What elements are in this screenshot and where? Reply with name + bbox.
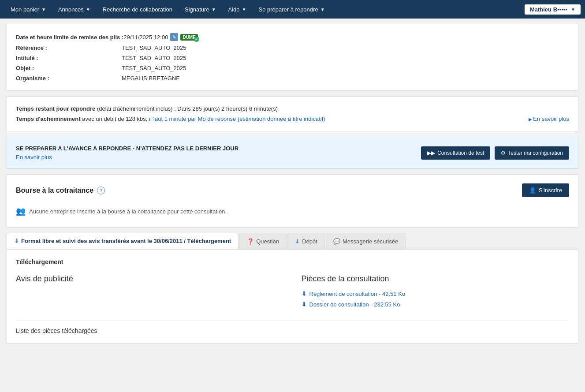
nav-recherche-label: Recherche de collaboration	[103, 6, 172, 13]
date-icons: ✎ DUME	[170, 33, 197, 41]
bourse-card: Bourse à la cotraitance ? 👤 S'inscrire 👥…	[7, 174, 578, 228]
info-row-reference: Référence : TEST_SAD_AUTO_2025	[16, 43, 569, 53]
timing-row-2: Temps d'acheminement avec un débit de 12…	[16, 114, 569, 124]
avis-title: Avis de publicité	[16, 274, 284, 284]
info-card: Date et heure limite de remise des plis …	[7, 24, 578, 91]
bourse-empty-text: Aucune entreprise inscrite à la bourse à…	[29, 208, 227, 215]
tabs-container: ⬇ Format libre et suivi des avis transfé…	[7, 233, 578, 343]
bourse-title-text: Bourse à la cotraitance	[16, 187, 93, 194]
download-dossier-icon: ⬇	[302, 301, 307, 308]
tab-messagerie[interactable]: 💬 Messagerie sécurisée	[326, 233, 406, 249]
pieces-title: Pièces de la consultation	[302, 274, 570, 284]
en-savoir-plus-link[interactable]: En savoir plus	[529, 116, 569, 122]
depot-icon: ⬇	[295, 238, 300, 245]
help-icon[interactable]: ?	[97, 187, 105, 194]
navbar: Mon panier ▼ Annonces ▼ Recherche de col…	[0, 0, 585, 19]
label-organisme: Organisme :	[16, 75, 122, 82]
tabs: ⬇ Format libre et suivi des avis transfé…	[7, 233, 578, 249]
bourse-empty: 👥 Aucune entreprise inscrite à la bourse…	[16, 204, 569, 218]
nav-signature-arrow: ▼	[212, 7, 216, 12]
nav-preparer-arrow: ▼	[320, 7, 325, 12]
download-reglement[interactable]: ⬇ Règlement de consultation - 42,51 Ko	[302, 290, 570, 297]
download-reglement-icon: ⬇	[302, 290, 307, 297]
acheminement-bold: Temps d'acheminement	[16, 116, 81, 122]
tab-content: Téléchargement Avis de publicité Pièces …	[7, 249, 578, 343]
info-row-date: Date et heure limite de remise des plis …	[16, 31, 569, 43]
tab-question[interactable]: ❓ Question	[239, 233, 287, 249]
info-row-intitule: Intitulé : TEST_SAD_AUTO_2025	[16, 53, 569, 63]
timing-label-bold: Temps restant pour répondre	[16, 105, 95, 112]
label-date: Date et heure limite de remise des plis …	[16, 34, 123, 41]
value-reference: TEST_SAD_AUTO_2025	[122, 45, 186, 51]
timing-card: Temps restant pour répondre (délai d'ach…	[7, 96, 578, 131]
download-dossier[interactable]: ⬇ Dossier de consultation - 232,55 Ko	[302, 301, 570, 308]
download-dossier-label: Dossier de consultation - 232,55 Ko	[309, 301, 400, 308]
liste-title: Liste des pièces téléchargées	[16, 320, 569, 334]
value-intitule: TEST_SAD_AUTO_2025	[122, 55, 186, 61]
info-row-organisme: Organisme : MEGALIS BRETAGNE	[16, 73, 569, 83]
acheminement-blue: il faut 1 minute par Mo de réponse (esti…	[149, 116, 325, 122]
people-icon: 👥	[16, 206, 26, 216]
tab-messagerie-label: Messagerie sécurisée	[343, 238, 398, 245]
nav-signature-label: Signature	[185, 6, 209, 13]
tab-depot[interactable]: ⬇ Dépôt	[287, 233, 325, 249]
btn-consultation[interactable]: ▶▶ Consultation de test	[421, 146, 490, 160]
download-reglement-label: Règlement de consultation - 42,51 Ko	[309, 291, 406, 297]
nav-preparer-label: Se préparer à répondre	[258, 6, 318, 13]
nav-signature[interactable]: Signature ▼	[179, 0, 222, 19]
info-row-objet: Objet : TEST_SAD_AUTO_2025	[16, 63, 569, 73]
nav-aide-label: Aide	[228, 6, 240, 13]
btn-configuration[interactable]: ⚙ Tester ma configuration	[495, 146, 569, 160]
prepare-actions: ▶▶ Consultation de test ⚙ Tester ma conf…	[421, 146, 569, 160]
user-arrow: ▼	[571, 7, 575, 12]
nav-annonces-arrow: ▼	[86, 7, 90, 12]
btn-inscrire[interactable]: 👤 S'inscrire	[522, 183, 569, 197]
label-reference: Référence :	[16, 45, 122, 51]
nav-aide-arrow: ▼	[242, 7, 246, 12]
column-avis: Avis de publicité	[16, 274, 284, 311]
label-intitule: Intitulé :	[16, 55, 122, 61]
nav-preparer[interactable]: Se préparer à répondre ▼	[252, 0, 331, 19]
bourse-header: Bourse à la cotraitance ? 👤 S'inscrire	[16, 183, 569, 197]
timing-row-1: Temps restant pour répondre (délai d'ach…	[16, 104, 569, 114]
nav-mon-panier[interactable]: Mon panier ▼	[4, 0, 52, 19]
tab-question-label: Question	[256, 238, 279, 245]
nav-aide[interactable]: Aide ▼	[222, 0, 253, 19]
acheminement-rest: avec un débit de 128 kbs,	[82, 116, 149, 122]
btn-configuration-label: Tester ma configuration	[508, 150, 563, 156]
value-objet: TEST_SAD_AUTO_2025	[122, 65, 186, 71]
nav-mon-panier-arrow: ▼	[41, 7, 46, 12]
btn-inscrire-label: S'inscrire	[539, 187, 562, 194]
tab-columns: Avis de publicité Pièces de la consultat…	[16, 274, 569, 311]
user-plus-icon: 👤	[529, 187, 536, 194]
prepare-title: SE PREPARER A L'AVANCE A REPONDRE - N'AT…	[16, 145, 421, 152]
section-title: Téléchargement	[16, 258, 569, 265]
value-date: 29/11/2025 12:00	[123, 34, 168, 41]
value-organisme: MEGALIS BRETAGNE	[122, 75, 180, 82]
user-extra: B▪▪▪▪▪	[551, 6, 567, 13]
prepare-text: SE PREPARER A L'AVANCE A REPONDRE - N'AT…	[16, 145, 421, 161]
nav-recherche[interactable]: Recherche de collaboration	[97, 0, 179, 19]
edit-icon[interactable]: ✎	[170, 33, 178, 41]
label-objet: Objet :	[16, 65, 122, 71]
btn-consultation-label: Consultation de test	[437, 150, 484, 156]
nav-mon-panier-label: Mon panier	[11, 6, 39, 13]
user-menu[interactable]: Mathieu B▪▪▪▪▪ ▼	[525, 4, 581, 15]
main-content: Date et heure limite de remise des plis …	[0, 24, 585, 343]
dume-badge: DUME	[180, 34, 197, 41]
message-icon: 💬	[333, 238, 340, 245]
download-icon: ⬇	[14, 238, 19, 244]
timing-label-rest: (délai d'acheminement inclus) : Dans 285…	[97, 105, 278, 112]
question-icon: ❓	[247, 238, 254, 245]
user-name: Mathieu	[530, 6, 551, 13]
play-icon: ▶▶	[427, 150, 435, 156]
column-pieces: Pièces de la consultation ⬇ Règlement de…	[302, 274, 570, 311]
tab-telechargement-label: Format libre et suivi des avis transféré…	[21, 238, 231, 244]
prepare-link[interactable]: En savoir plus	[16, 154, 421, 161]
tab-depot-label: Dépôt	[302, 238, 317, 245]
tab-telechargement[interactable]: ⬇ Format libre et suivi des avis transfé…	[7, 233, 238, 249]
nav-annonces[interactable]: Annonces ▼	[52, 0, 97, 19]
gear-icon: ⚙	[501, 150, 506, 156]
nav-annonces-label: Annonces	[58, 6, 84, 13]
prepare-card: SE PREPARER A L'AVANCE A REPONDRE - N'AT…	[7, 137, 578, 169]
